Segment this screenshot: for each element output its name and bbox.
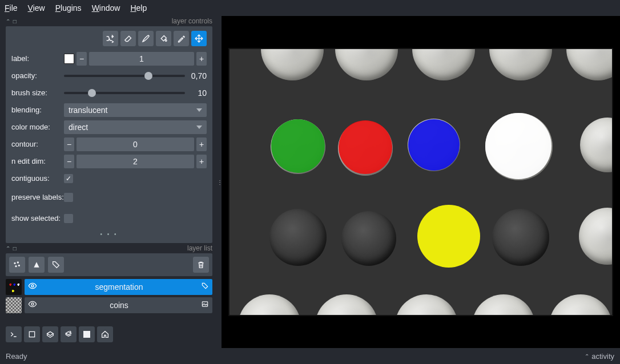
paint-brush-button[interactable]	[138, 31, 154, 46]
status-bar: Ready ⌃ activity	[0, 348, 620, 364]
delete-layer-button[interactable]	[193, 257, 209, 273]
svg-point-5	[31, 303, 34, 305]
label-color-swatch[interactable]	[64, 54, 74, 64]
menu-file[interactable]: File	[5, 3, 18, 13]
layer-controls-strip: ⌃ □ layer controls	[0, 16, 218, 26]
layer-controls-panel: label: − 1 + opacity: 0,70 brush size:	[6, 26, 212, 243]
layer-list-title: layer list	[187, 244, 212, 252]
menu-plugins[interactable]: Plugins	[55, 3, 82, 13]
viewer-buttons	[0, 321, 218, 348]
label-value[interactable]: 1	[89, 52, 194, 66]
blending-label: blending:	[11, 106, 64, 114]
showsel-label: show selected:	[11, 215, 64, 223]
paint-bucket-button[interactable]	[156, 31, 171, 46]
brush-slider[interactable]	[64, 92, 185, 94]
layer-body[interactable]: segmentation	[25, 279, 212, 295]
color-picker-button[interactable]	[174, 31, 189, 46]
svg-point-0	[14, 262, 15, 264]
label-label: label:	[11, 54, 64, 63]
console-button[interactable]	[6, 326, 22, 342]
visibility-icon[interactable]	[28, 300, 37, 310]
ndisplay-button[interactable]	[24, 326, 40, 342]
menu-help[interactable]: Help	[130, 3, 147, 13]
svg-rect-11	[84, 334, 86, 335]
chevron-down-icon	[196, 126, 202, 129]
segment	[417, 205, 480, 268]
new-points-button[interactable]	[9, 257, 25, 273]
contour-label: contour:	[11, 140, 64, 148]
layer-name: segmentation	[41, 282, 198, 292]
contour-decrement[interactable]: −	[64, 137, 74, 151]
brush-label: brush size:	[11, 88, 64, 97]
svg-point-1	[17, 262, 18, 263]
more-dots-icon[interactable]: • • •	[11, 230, 207, 238]
layer-thumbnail	[6, 279, 22, 295]
menu-window[interactable]: Window	[92, 3, 120, 13]
svg-rect-10	[88, 331, 90, 333]
roll-dims-button[interactable]	[42, 326, 58, 342]
chevron-down-icon	[196, 108, 202, 112]
svg-rect-16	[88, 336, 90, 338]
contiguous-label: contiguous:	[11, 174, 64, 183]
svg-rect-12	[86, 334, 88, 335]
pan-zoom-button[interactable]	[191, 31, 207, 46]
svg-rect-8	[84, 331, 86, 333]
contiguous-checkbox[interactable]	[64, 174, 73, 183]
colormode-select[interactable]: direct	[64, 120, 207, 134]
layer-list-strip: ⌃ □ layer list	[0, 243, 218, 253]
contour-increment[interactable]: +	[196, 137, 207, 151]
layer-list-toolbar	[6, 253, 212, 276]
tool-row	[11, 31, 207, 46]
contour-value[interactable]: 0	[77, 137, 194, 151]
segment	[485, 113, 551, 179]
svg-point-2	[15, 266, 17, 267]
left-dock: ⌃ □ layer controls label: − 1 +	[0, 16, 218, 348]
colormode-label: color mode:	[11, 123, 64, 131]
visibility-icon[interactable]	[28, 281, 37, 292]
labels-type-icon	[201, 282, 209, 292]
svg-point-4	[31, 285, 34, 287]
layer-list: segmentation coins	[6, 278, 212, 315]
svg-point-3	[18, 265, 19, 266]
opacity-slider[interactable]	[64, 75, 185, 77]
home-button[interactable]	[97, 326, 113, 342]
new-shapes-button[interactable]	[29, 257, 45, 273]
neditdim-label: n edit dim:	[11, 157, 64, 165]
grid-button[interactable]	[79, 326, 95, 342]
neditdim-value[interactable]: 2	[77, 155, 194, 168]
layer-name: coins	[41, 301, 198, 310]
transpose-button[interactable]	[61, 326, 77, 342]
svg-rect-15	[86, 336, 88, 338]
layer-row[interactable]: coins	[6, 297, 212, 313]
preserve-checkbox[interactable]	[64, 193, 73, 202]
collapse-icon[interactable]: ⌃ □	[6, 245, 17, 252]
activity-chevron-icon[interactable]: ⌃	[585, 353, 589, 359]
svg-rect-9	[86, 331, 88, 333]
layer-body[interactable]: coins	[25, 297, 212, 313]
collapse-icon[interactable]: ⌃ □	[6, 18, 17, 25]
image-type-icon	[201, 300, 209, 310]
showsel-checkbox[interactable]	[64, 214, 73, 223]
layer-row[interactable]: segmentation	[6, 278, 212, 295]
menu-bar: File View Plugins Window Help	[0, 0, 620, 16]
label-increment[interactable]: +	[196, 52, 207, 66]
svg-rect-14	[84, 336, 86, 338]
brush-value: 10	[187, 88, 207, 98]
neditdim-increment[interactable]: +	[196, 155, 207, 168]
layer-thumbnail	[6, 297, 22, 313]
svg-rect-7	[29, 331, 34, 337]
canvas[interactable]	[228, 48, 613, 316]
activity-text[interactable]: activity	[591, 352, 614, 361]
label-decrement[interactable]: −	[77, 52, 87, 66]
new-labels-button[interactable]	[48, 257, 64, 273]
segment	[271, 119, 325, 173]
layer-controls-title: layer controls	[172, 17, 212, 25]
menu-view[interactable]: View	[28, 3, 45, 13]
canvas-area[interactable]	[222, 16, 620, 348]
neditdim-decrement[interactable]: −	[64, 155, 74, 168]
eraser-button[interactable]	[120, 31, 136, 46]
shuffle-button[interactable]	[103, 31, 118, 46]
blending-select[interactable]: translucent	[64, 103, 207, 117]
segment	[408, 119, 460, 171]
segment	[339, 120, 392, 174]
